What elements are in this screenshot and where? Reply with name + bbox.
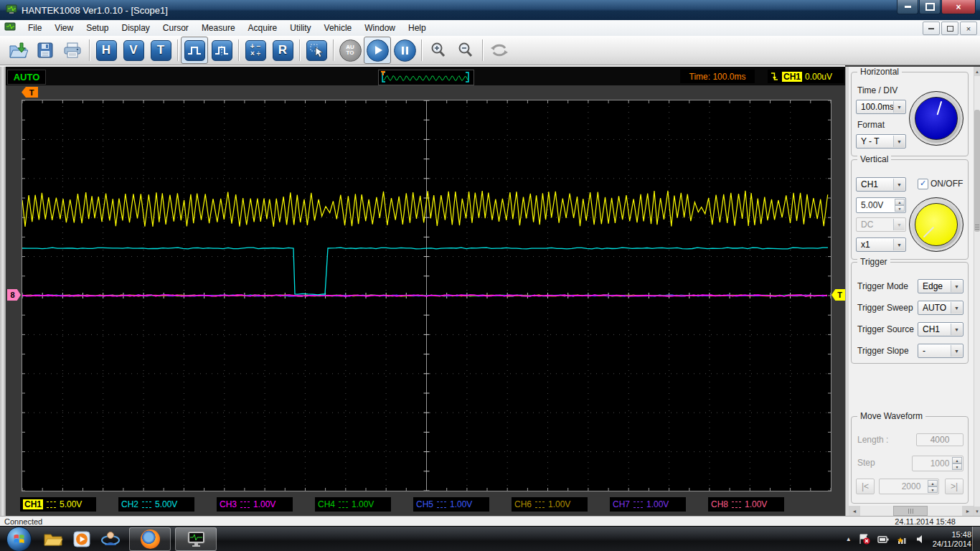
taskbar-hantek-button[interactable] (175, 527, 217, 551)
scroll-up-icon[interactable]: ▲ (974, 67, 980, 76)
trigger-slope-select[interactable]: - ▼ (918, 344, 963, 358)
trigger-time-marker[interactable]: T (22, 87, 38, 98)
spin-down-icon[interactable]: ▼ (895, 205, 905, 212)
spin-down-icon: ▼ (928, 486, 938, 493)
spinner-buttons[interactable]: ▲ ▼ (895, 199, 905, 212)
firefox-icon (141, 529, 160, 549)
probe-select[interactable]: x1 ▼ (856, 237, 906, 252)
trigger-mode-select[interactable]: Edge ▼ (918, 279, 963, 293)
coupling-select: DC ▼ (856, 217, 906, 232)
vertical-channel-select[interactable]: CH1 ▼ (856, 177, 906, 192)
reference-button[interactable]: R (269, 37, 296, 64)
speaker-icon[interactable] (915, 534, 926, 545)
scrollbar-thumb[interactable] (974, 110, 980, 232)
close-button[interactable]: × (941, 0, 976, 14)
scroll-right-icon[interactable]: ► (962, 506, 974, 516)
autoset-button[interactable]: AUTO (336, 37, 364, 64)
waveform-reference-button[interactable] (208, 37, 235, 64)
menu-setup[interactable]: Setup (80, 21, 115, 35)
panel-vertical-scrollbar[interactable]: ▲ ▼ (974, 67, 980, 516)
taskbar-clock[interactable]: 15:48 24/11/2014 (933, 530, 971, 549)
spin-up-icon[interactable]: ▲ (895, 199, 905, 205)
menu-view[interactable]: View (48, 21, 80, 35)
format-select[interactable]: Y - T ▼ (856, 134, 906, 149)
minimize-button[interactable] (897, 0, 918, 14)
channel-label-ch6[interactable]: CH6 1.00V (512, 497, 588, 512)
mdi-close-button[interactable]: × (960, 22, 977, 35)
panel-horizontal-scrollbar[interactable]: ◄ ► (849, 506, 974, 516)
waveform-position-preview[interactable] (378, 70, 474, 85)
time-div-select[interactable]: 100.0ms ▼ (856, 100, 906, 114)
network-icon[interactable] (896, 534, 909, 545)
trigger-source-select[interactable]: CH1 ▼ (918, 322, 963, 336)
coupling-dashes-icon (47, 501, 56, 508)
channel-scale: 1.00V (352, 499, 374, 509)
channel-label-ch5[interactable]: CH5 1.00V (413, 497, 489, 512)
zoom-out-button[interactable] (452, 37, 479, 64)
menu-file[interactable]: File (22, 21, 48, 35)
pause-button[interactable] (391, 37, 418, 64)
oscilloscope-plot[interactable] (22, 100, 831, 491)
connection-status: Connected (4, 517, 42, 526)
zoom-in-button[interactable] (425, 37, 452, 64)
channel8-position-marker[interactable]: 8 (7, 289, 21, 301)
channel-label-ch1[interactable]: CH1 5.00V (20, 497, 96, 512)
refresh-button[interactable] (486, 37, 513, 64)
tray-expand-icon[interactable]: ▲ (846, 536, 852, 542)
menu-display[interactable]: Display (116, 21, 156, 35)
taskbar-firefox-button[interactable] (129, 527, 171, 551)
run-button[interactable] (364, 37, 391, 64)
taskbar-media-player-button[interactable] (67, 527, 96, 551)
battery-icon[interactable] (877, 534, 890, 545)
menu-cursor[interactable]: Cursor (156, 21, 195, 35)
menu-measure[interactable]: Measure (195, 21, 242, 35)
menu-vehicle[interactable]: Vehicle (318, 21, 359, 35)
volts-div-spinner[interactable]: 5.00V ▲ ▼ (856, 197, 906, 213)
action-center-icon[interactable] (858, 533, 871, 545)
channel-label-ch8[interactable]: CH8 1.00V (708, 497, 784, 512)
vertical-panel-button[interactable]: V (120, 37, 147, 64)
trigger-level-marker[interactable]: T (831, 289, 845, 301)
channel-label-ch4[interactable]: CH4 1.00V (315, 497, 391, 512)
scrollbar-thumb[interactable] (893, 506, 928, 516)
channel-label-ch2[interactable]: CH2 5.00V (118, 497, 194, 512)
scroll-down-icon[interactable]: ▼ (974, 507, 980, 516)
math-button[interactable]: + − × ÷ (242, 37, 269, 64)
open-button[interactable] (4, 37, 32, 64)
save-button[interactable] (32, 37, 59, 64)
left-scrollbar-strip[interactable] (0, 67, 6, 516)
menu-window[interactable]: Window (358, 21, 402, 35)
maximize-button[interactable] (919, 0, 941, 14)
channel-label-ch3[interactable]: CH3 1.00V (217, 497, 293, 512)
start-button[interactable] (6, 527, 32, 551)
taskbar-explorer-button[interactable] (39, 527, 67, 551)
dropdown-arrow-icon: ▼ (951, 302, 962, 314)
mdi-minimize-button[interactable] (923, 22, 940, 35)
channel-label-ch7[interactable]: CH7 1.00V (610, 497, 686, 512)
channel-onoff-checkbox[interactable]: ✓ (918, 179, 928, 189)
app-icon (6, 4, 17, 17)
timebase-knob[interactable] (909, 91, 963, 146)
control-panel: Horizontal Time / DIV 100.0ms ▼ Format Y… (849, 67, 974, 516)
trigger-sweep-select[interactable]: AUTO ▼ (918, 301, 963, 315)
open-folder-icon (8, 40, 28, 60)
time-div-label: Time / DIV (857, 85, 897, 95)
dropdown-arrow-icon: ▼ (893, 179, 905, 190)
channel-scale: 5.00V (155, 499, 177, 509)
menu-help[interactable]: Help (402, 21, 433, 35)
waveform-normal-button[interactable] (181, 37, 208, 64)
scroll-left-icon[interactable]: ◄ (849, 506, 860, 516)
menu-utility[interactable]: Utility (283, 21, 317, 35)
clock-date: 24/11/2014 (933, 540, 971, 549)
trigger-panel-button[interactable]: T (147, 37, 174, 64)
taskbar-assistant-button[interactable] (96, 527, 125, 551)
vertical-position-knob[interactable] (909, 197, 963, 252)
channel-name: CH1 (23, 499, 43, 509)
cursor-measure-button[interactable] (303, 37, 330, 64)
length-field: 4000 (916, 433, 963, 446)
menu-acquire[interactable]: Acquire (242, 21, 284, 35)
show-desktop-button[interactable] (972, 527, 980, 551)
horizontal-panel-button[interactable]: H (93, 37, 120, 64)
mdi-restore-button[interactable] (941, 22, 958, 35)
print-button[interactable] (59, 37, 86, 64)
